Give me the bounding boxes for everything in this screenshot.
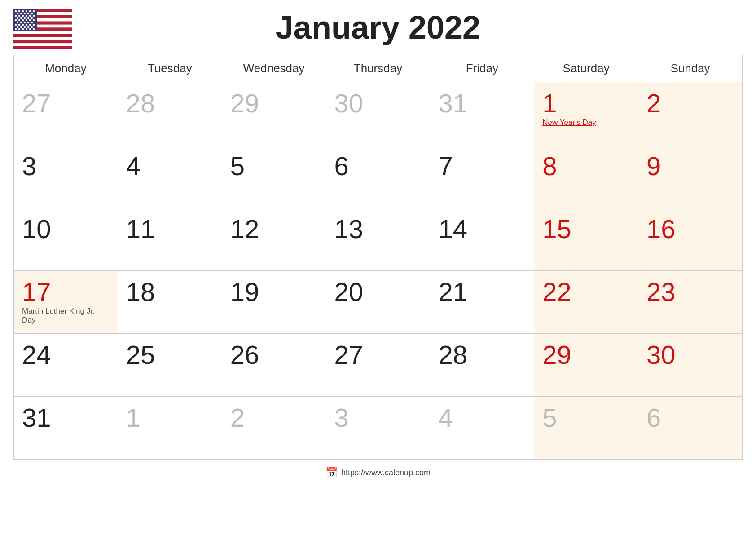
svg-point-45 <box>27 22 29 23</box>
svg-point-19 <box>33 10 35 12</box>
calendar-day: 29 <box>534 334 638 397</box>
svg-point-16 <box>22 10 24 12</box>
day-number: 5 <box>230 151 245 181</box>
svg-point-46 <box>31 22 33 23</box>
day-number: 27 <box>334 340 364 369</box>
day-number: 24 <box>22 340 51 369</box>
dow-header: Wednesday <box>222 55 326 82</box>
calendar-day: 28 <box>430 334 534 397</box>
day-number: 5 <box>542 403 557 432</box>
svg-point-35 <box>31 17 33 19</box>
calendar-day: 15 <box>534 208 638 271</box>
day-number: 30 <box>646 340 676 369</box>
day-number: 3 <box>22 151 36 181</box>
svg-point-14 <box>15 10 17 12</box>
calendar-day: 31 <box>14 397 118 460</box>
calendar-day: 30 <box>326 82 430 145</box>
calendar-table: MondayTuesdayWednesdayThursdayFridaySatu… <box>13 55 743 460</box>
calendar-day: 11 <box>118 208 222 271</box>
calendar-week-row: 27282930311New Year's Day2 <box>14 82 743 145</box>
day-number: 2 <box>230 403 245 432</box>
day-number: 15 <box>542 214 571 243</box>
svg-rect-11 <box>13 43 72 46</box>
svg-point-54 <box>20 26 22 28</box>
svg-point-26 <box>18 15 20 17</box>
calendar-day: 2 <box>638 82 743 145</box>
svg-point-58 <box>15 28 17 30</box>
day-number: 1 <box>542 88 557 118</box>
footer-url: https://www.calenup.com <box>341 468 431 478</box>
calendar-week-row: 17Martin Luther King Jr. Day181920212223 <box>14 271 743 334</box>
day-number: 18 <box>126 277 155 306</box>
calendar-day: 12 <box>222 208 326 271</box>
day-number: 26 <box>230 340 259 369</box>
calendar-day: 6 <box>638 397 743 460</box>
svg-point-15 <box>18 10 20 12</box>
calendar-day: 27 <box>14 82 118 145</box>
calendar-header: January 2022 <box>13 9 743 46</box>
day-number: 13 <box>334 214 364 243</box>
svg-rect-9 <box>13 37 72 40</box>
calendar-day: 23 <box>638 271 743 334</box>
svg-point-22 <box>24 13 26 14</box>
svg-point-24 <box>31 13 33 14</box>
calendar-day: 4 <box>118 145 222 208</box>
calendar-week-row: 24252627282930 <box>14 334 743 397</box>
svg-point-20 <box>17 13 18 14</box>
day-number: 8 <box>542 151 557 181</box>
svg-point-18 <box>29 10 31 12</box>
dow-header: Friday <box>430 55 534 82</box>
day-number: 3 <box>334 403 349 432</box>
calendar-day: 16 <box>638 208 743 271</box>
svg-rect-8 <box>13 34 72 37</box>
day-number: 31 <box>22 403 51 432</box>
calendar-week-row: 3456789 <box>14 145 743 208</box>
dow-header: Tuesday <box>118 55 222 82</box>
svg-point-47 <box>15 24 17 26</box>
svg-point-59 <box>18 28 20 30</box>
svg-point-63 <box>33 28 35 30</box>
day-number: 7 <box>438 151 453 181</box>
dow-header: Monday <box>14 55 118 82</box>
svg-rect-7 <box>13 31 72 34</box>
page-title: January 2022 <box>276 9 480 46</box>
svg-point-53 <box>17 26 18 28</box>
svg-point-61 <box>26 28 27 30</box>
calendar-day: 10 <box>14 208 118 271</box>
svg-point-38 <box>22 19 24 21</box>
calendar-day: 18 <box>118 271 222 334</box>
svg-point-57 <box>31 26 33 28</box>
calendar-week-row: 10111213141516 <box>14 208 743 271</box>
day-number: 4 <box>126 151 141 181</box>
calendar-day: 1New Year's Day <box>534 82 638 145</box>
svg-point-37 <box>18 19 20 21</box>
svg-point-62 <box>29 28 31 30</box>
svg-point-30 <box>33 15 35 17</box>
calendar-day: 26 <box>222 334 326 397</box>
svg-point-23 <box>27 13 29 14</box>
day-number: 1 <box>126 403 141 432</box>
calendar-day: 1 <box>118 397 222 460</box>
svg-point-56 <box>27 26 29 28</box>
calendar-day: 5 <box>534 397 638 460</box>
svg-point-31 <box>17 17 18 19</box>
day-number: 12 <box>230 214 259 243</box>
calendar-day: 3 <box>326 397 430 460</box>
calendar-day: 9 <box>638 145 743 208</box>
days-of-week-row: MondayTuesdayWednesdayThursdayFridaySatu… <box>14 55 743 82</box>
day-number: 20 <box>334 277 364 306</box>
day-number: 6 <box>646 403 661 432</box>
svg-point-48 <box>18 24 20 26</box>
day-number: 27 <box>22 88 51 118</box>
calendar-icon: 📅 <box>325 467 338 478</box>
calendar-day: 8 <box>534 145 638 208</box>
svg-point-52 <box>33 24 35 26</box>
svg-point-51 <box>29 24 31 26</box>
svg-point-32 <box>20 17 22 19</box>
svg-point-36 <box>15 19 17 21</box>
day-number: 22 <box>542 277 571 306</box>
day-number: 30 <box>334 88 364 118</box>
svg-point-25 <box>15 15 17 17</box>
calendar-day: 17Martin Luther King Jr. Day <box>14 271 118 334</box>
svg-point-29 <box>29 15 31 17</box>
